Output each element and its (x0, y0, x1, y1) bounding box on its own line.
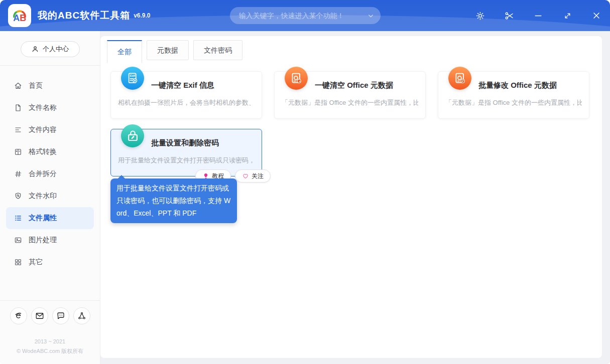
tool-card-exif-clean[interactable]: Exif 一键清空 Exif 信息 相机在拍摄一张照片后，会将当时相机的参数、地… (110, 71, 262, 119)
sidebar-item-label: 文件内容 (29, 125, 57, 134)
sidebar-item-merge-split[interactable]: 合并拆分 (0, 163, 100, 185)
sidebar-item-other[interactable]: 其它 (0, 251, 100, 273)
card-description: 「元数据」是指 Office 文件的一些内置属性，比如： (282, 98, 418, 107)
sidebar-item-convert[interactable]: 格式转换 (0, 141, 100, 163)
card-title: 一键清空 Exif 信息 (151, 79, 255, 92)
minimize-icon[interactable] (533, 10, 544, 21)
social-links (0, 301, 100, 331)
tab-metadata[interactable]: 元数据 (147, 40, 189, 60)
ab-logo-icon: AB (11, 7, 29, 25)
divider (0, 65, 100, 66)
home-icon (14, 82, 22, 90)
convert-icon (14, 148, 22, 156)
exif-clean-icon: Exif (121, 67, 144, 90)
grid-icon (14, 258, 22, 266)
app-window: AB 我的ABC软件工具箱 v6.9.0 (0, 0, 610, 364)
file-content-icon (14, 126, 22, 134)
tool-card-office-clean[interactable]: 一键清空 Office 元数据 「元数据」是指 Office 文件的一些内置属性… (274, 71, 426, 119)
sidebar-item-home[interactable]: 首页 (0, 75, 100, 97)
card-title: 一键清空 Office 元数据 (315, 79, 418, 92)
resize-icon[interactable] (562, 10, 573, 21)
main-area: 全部 元数据 文件密码 Exif (100, 31, 610, 364)
global-search[interactable] (230, 7, 381, 24)
sidebar-item-file-name[interactable]: 文件名称 (0, 97, 100, 119)
sidebar-item-attributes[interactable]: 文件属性 (6, 207, 94, 229)
sidebar-menu: 首页 文件名称 文件内容 格式转换 合并拆分 (0, 75, 100, 273)
profile-center-button[interactable]: 个人中心 (21, 41, 80, 57)
file-name-icon (14, 104, 22, 112)
follow-label: 关注 (252, 172, 264, 180)
sidebar-item-image[interactable]: 图片处理 (0, 229, 100, 251)
copyright-text: © WodeABC.com 版权所有 (0, 346, 100, 356)
person-icon (31, 45, 39, 53)
card-title: 批量设置和删除密码 (151, 136, 255, 149)
card-description: 「元数据」是指 Office 文件的一些内置属性，比如： (445, 98, 582, 107)
sidebar-item-file-content[interactable]: 文件内容 (0, 119, 100, 141)
tool-card-office-edit[interactable]: 批量修改 Office 元数据 「元数据」是指 Office 文件的一些内置属性… (438, 71, 589, 119)
image-icon (14, 236, 22, 244)
copyright-years: 2013 ~ 2021 (0, 337, 100, 346)
sidebar-footer: 2013 ~ 2021 © WodeABC.com 版权所有 (0, 331, 100, 364)
tooltip-text: 用于批量给文件设置文件打开密码或只读密码，也可以删除密码，支持 Word、Exc… (116, 184, 230, 217)
chat-icon[interactable] (52, 307, 69, 324)
sidebar-item-label: 合并拆分 (29, 169, 57, 178)
svg-text:Exif: Exif (130, 74, 135, 77)
content-panel: 全部 元数据 文件密码 Exif (100, 36, 602, 358)
card-title: 批量修改 Office 元数据 (478, 79, 582, 92)
merge-split-icon (14, 170, 22, 178)
sidebar-item-label: 文件水印 (29, 192, 57, 201)
app-logo: AB (8, 4, 31, 27)
heart-icon (242, 172, 249, 179)
lock-edit-icon (121, 124, 144, 147)
svg-text:AB: AB (13, 13, 26, 23)
sidebar-item-label: 格式转换 (29, 147, 57, 156)
tooltip: 用于批量给文件设置文件打开密码或只读密码，也可以删除密码，支持 Word、Exc… (110, 178, 237, 223)
category-tabs: 全部 元数据 文件密码 (107, 40, 602, 63)
close-icon[interactable] (591, 10, 602, 21)
title-bar: AB 我的ABC软件工具箱 v6.9.0 (0, 0, 610, 31)
tool-card-grid: Exif 一键清空 Exif 信息 相机在拍摄一张照片后，会将当时相机的参数、地… (110, 71, 590, 176)
profile-center-label: 个人中心 (43, 45, 69, 54)
office-edit-icon (448, 67, 471, 90)
sidebar-item-label: 文件属性 (29, 214, 57, 223)
office-clean-icon (285, 67, 308, 90)
browser-icon[interactable] (10, 307, 27, 324)
watermark-icon (14, 192, 22, 200)
attributes-icon (14, 214, 22, 222)
gear-icon[interactable] (474, 10, 485, 21)
search-input[interactable] (230, 12, 367, 20)
sidebar-item-label: 其它 (29, 258, 43, 267)
card-description: 相机在拍摄一张照片后，会将当时相机的参数、地理 (118, 98, 255, 107)
mail-icon[interactable] (31, 307, 48, 324)
card-description: 用于批量给文件设置文件打开密码或只读密码，也可以删除密码，支持 Word、Exc… (118, 156, 255, 165)
tool-card-password[interactable]: 批量设置和删除密码 用于批量给文件设置文件打开密码或只读密码，也可以删除密码，支… (110, 129, 262, 176)
app-title: 我的ABC软件工具箱 (38, 9, 130, 22)
sidebar-item-label: 文件名称 (29, 103, 57, 112)
follow-button[interactable]: 关注 (235, 169, 271, 183)
tab-all[interactable]: 全部 (107, 40, 142, 63)
chevron-down-icon[interactable] (367, 12, 375, 20)
app-version: v6.9.0 (134, 12, 150, 19)
sidebar-item-watermark[interactable]: 文件水印 (0, 185, 100, 207)
sidebar-item-label: 图片处理 (29, 236, 57, 245)
sidebar-item-label: 首页 (29, 81, 43, 90)
sidebar: 个人中心 首页 文件名称 文件内容 格式转换 (0, 31, 100, 364)
share-icon[interactable] (73, 307, 90, 324)
tab-file-password[interactable]: 文件密码 (193, 40, 242, 60)
scissors-icon[interactable] (504, 10, 515, 21)
